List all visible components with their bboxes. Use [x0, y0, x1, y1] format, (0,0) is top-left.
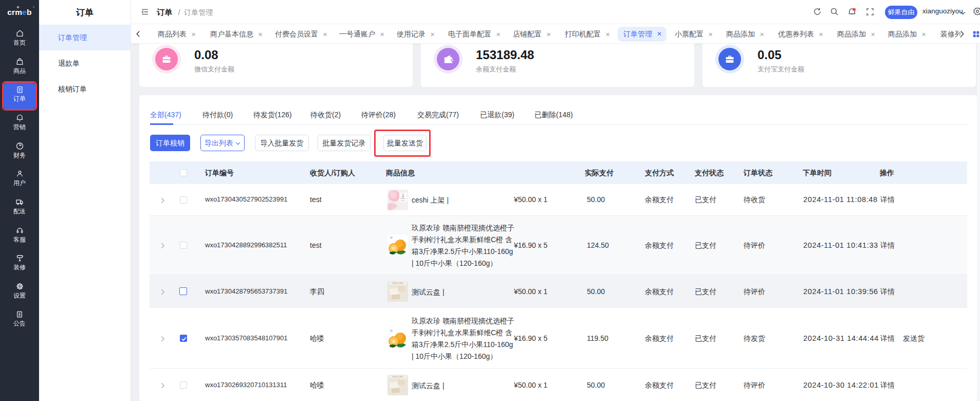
svg-text:鲜: 鲜	[390, 236, 393, 239]
svg-text:测试云盘测试: 测试云盘测试	[393, 282, 404, 284]
svg-text:测试云盘测试: 测试云盘测试	[393, 375, 404, 378]
svg-text:2: 2	[402, 193, 404, 198]
svg-text:鲜: 鲜	[390, 329, 393, 332]
